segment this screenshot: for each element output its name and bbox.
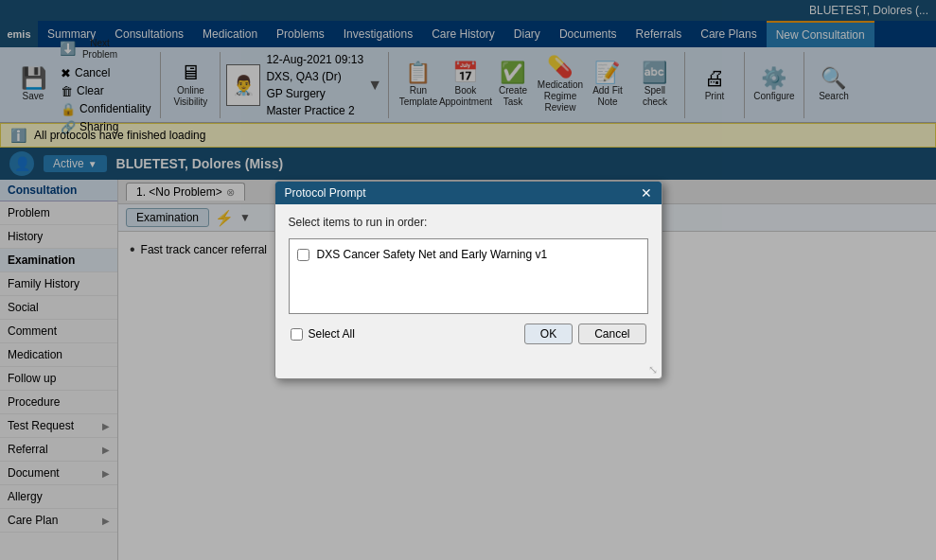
- modal-instruction: Select items to run in order:: [289, 216, 648, 229]
- item-checkbox[interactable]: [297, 249, 309, 261]
- modal-resize-handle[interactable]: ⤡: [275, 361, 662, 378]
- modal-footer-right: OK Cancel: [524, 324, 646, 344]
- modal-titlebar: Protocol Prompt ✕: [275, 182, 662, 204]
- select-all-label: Select All: [309, 327, 355, 341]
- modal-title: Protocol Prompt: [285, 186, 366, 200]
- modal-list-area: DXS Cancer Safety Net and Early Warning …: [289, 238, 648, 314]
- ok-button[interactable]: OK: [524, 324, 573, 344]
- list-item: DXS Cancer Safety Net and Early Warning …: [295, 245, 642, 264]
- cancel-button[interactable]: Cancel: [578, 324, 645, 344]
- modal-footer-left: Select All: [291, 327, 355, 341]
- modal-footer: Select All OK Cancel: [289, 324, 648, 350]
- select-all-checkbox[interactable]: [291, 328, 303, 341]
- resize-icon: ⤡: [648, 363, 658, 376]
- protocol-prompt-dialog: Protocol Prompt ✕ Select items to run in…: [274, 181, 662, 379]
- item-label: DXS Cancer Safety Net and Early Warning …: [317, 248, 548, 261]
- modal-close-button[interactable]: ✕: [641, 186, 652, 200]
- modal-overlay: Protocol Prompt ✕ Select items to run in…: [0, 0, 936, 560]
- modal-body: Select items to run in order: DXS Cancer…: [275, 204, 662, 361]
